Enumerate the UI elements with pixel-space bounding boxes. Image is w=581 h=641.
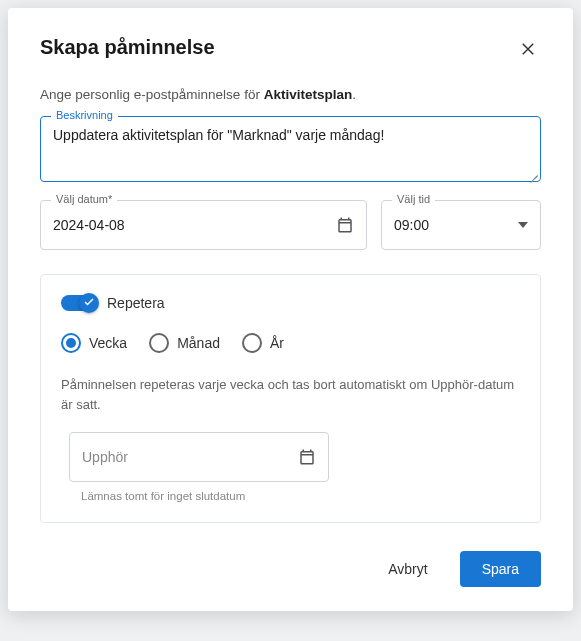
description-field[interactable]: Beskrivning [40,116,541,182]
time-field[interactable]: Välj tid 09:00 [381,200,541,250]
repeat-toggle[interactable] [61,295,97,311]
radio-circle [61,333,81,353]
close-button[interactable] [515,36,541,65]
calendar-icon [336,216,354,234]
modal-footer: Avbryt Spara [40,551,541,587]
description-label: Beskrivning [51,109,118,121]
radio-month[interactable]: Månad [149,333,220,353]
time-value: 09:00 [394,217,429,233]
resize-handle-icon [526,167,538,179]
calendar-icon [298,448,316,466]
cancel-button[interactable]: Avbryt [376,553,439,585]
radio-circle [149,333,169,353]
date-field[interactable]: Välj datum* 2024-04-08 [40,200,367,250]
end-date-field[interactable]: Upphör [69,432,329,482]
radio-week[interactable]: Vecka [61,333,127,353]
toggle-thumb [79,293,99,313]
date-value: 2024-04-08 [53,217,125,233]
radio-year-label: År [270,335,284,351]
end-date-helper: Lämnas tomt för inget slutdatum [81,490,520,502]
radio-month-label: Månad [177,335,220,351]
modal-header: Skapa påminnelse [40,36,541,65]
radio-circle [242,333,262,353]
intro-text: Ange personlig e-postpåminnelse för Akti… [40,87,541,102]
checkmark-icon [83,294,95,312]
modal-title: Skapa påminnelse [40,36,215,59]
save-button[interactable]: Spara [460,551,541,587]
date-time-row: Välj datum* 2024-04-08 Välj tid 09:00 [40,200,541,250]
create-reminder-modal: Skapa påminnelse Ange personlig e-postpå… [8,8,573,611]
radio-dot [66,338,76,348]
date-label: Välj datum* [51,193,117,205]
repeat-toggle-label: Repetera [107,295,165,311]
repeat-toggle-row: Repetera [61,295,520,311]
close-icon [519,40,537,61]
time-label: Välj tid [392,193,435,205]
radio-year[interactable]: År [242,333,284,353]
description-textarea[interactable] [53,127,528,167]
chevron-down-icon [518,222,528,228]
radio-week-label: Vecka [89,335,127,351]
repeat-info-text: Påminnelsen repeteras varje vecka och ta… [61,375,520,414]
frequency-radio-group: Vecka Månad År [61,333,520,353]
repeat-section: Repetera Vecka Månad År Påminnelsen repe… [40,274,541,523]
end-date-placeholder: Upphör [82,449,128,465]
